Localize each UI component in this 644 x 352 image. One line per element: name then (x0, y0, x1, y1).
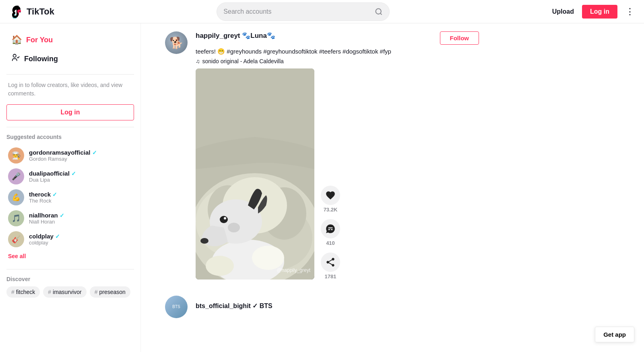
verified-icon: ✓ (71, 170, 76, 177)
suggested-account-item[interactable]: 🎵 niallhoran✓ Niall Horan (6, 208, 134, 229)
suggested-account-item[interactable]: 🎤 dualipaofficial✓ Dua Lipa (6, 166, 134, 187)
svg-point-0 (376, 8, 381, 14)
account-username: niallhoran✓ (29, 212, 64, 219)
account-username: dualipaofficial✓ (29, 170, 76, 177)
hash-icon: # (48, 289, 51, 295)
share-button[interactable]: 1781 (321, 253, 340, 280)
following-icon (11, 53, 20, 64)
comment-icon (321, 219, 340, 238)
more-options-button[interactable]: ⋮ (625, 6, 634, 17)
video-actions: 73.2K 410 (321, 186, 340, 280)
post-avatar[interactable]: 🐕 (165, 31, 188, 54)
post-sound-text: sonido original - Adela Caldevilla (202, 58, 284, 64)
video-area: @happily_greyt 73.2K (196, 68, 479, 280)
verified-icon: ✓ (52, 191, 57, 198)
svg-point-14 (228, 223, 240, 232)
account-display-name: Dua Lipa (29, 177, 76, 183)
search-icon[interactable] (375, 8, 383, 16)
video-thumbnail[interactable]: @happily_greyt (196, 68, 314, 280)
discover-tag[interactable]: #fitcheck (6, 286, 40, 298)
account-display-name: Niall Horan (29, 219, 64, 225)
sidebar-nav: 🏠 For You Following (6, 31, 134, 68)
post-header: happily_greyt 🐾Luna🐾 Follow (196, 31, 479, 45)
suggested-accounts-list: 👨‍🍳 gordonramsayofficial✓ Gordon Ramsay … (6, 145, 134, 250)
svg-point-11 (200, 238, 208, 244)
suggested-account-item[interactable]: 🎸 coldplay✓ coldplay (6, 229, 134, 250)
account-avatar: 🎵 (8, 210, 24, 226)
suggested-divider (6, 127, 134, 127)
svg-point-16 (206, 256, 234, 276)
music-note-icon: ♫ (196, 58, 200, 64)
login-prompt: Log in to follow creators, like videos, … (6, 81, 134, 98)
home-icon: 🏠 (11, 35, 22, 45)
upload-button[interactable]: Upload (552, 8, 574, 15)
logo-text: TikTok (27, 6, 54, 17)
sidebar-divider (6, 74, 134, 75)
hash-icon: # (95, 289, 98, 295)
layout: 🏠 For You Following Log in to follow cre… (0, 23, 644, 326)
account-avatar: 🎸 (8, 231, 24, 247)
search-input[interactable] (223, 8, 372, 15)
tag-label: imasurvivor (53, 289, 82, 295)
discover-section: Discover #fitcheck#imasurvivor#preseason (6, 276, 134, 298)
discover-tag[interactable]: #preseason (90, 286, 130, 298)
discover-title: Discover (6, 276, 134, 282)
video-watermark: @happily_greyt (277, 267, 310, 273)
suggested-account-item[interactable]: 💪 therock✓ The Rock (6, 187, 134, 208)
like-button[interactable]: 73.2K (321, 186, 340, 213)
account-username: therock✓ (29, 191, 57, 198)
sidebar-login-button[interactable]: Log in (6, 104, 134, 120)
post-sound[interactable]: ♫ sonido original - Adela Caldevilla (196, 58, 479, 64)
share-count: 1781 (325, 273, 336, 280)
see-all-link[interactable]: See all (6, 250, 134, 263)
partial-post-avatar[interactable]: BTS (165, 296, 188, 318)
discover-tag[interactable]: #imasurvivor (43, 286, 86, 298)
tags-row: #fitcheck#imasurvivor#preseason (6, 286, 134, 298)
logo[interactable]: TikTok (10, 5, 54, 19)
main-feed: 🐕 happily_greyt 🐾Luna🐾 Follow teefers! 😁… (141, 23, 503, 326)
account-info: niallhoran✓ Niall Horan (29, 212, 64, 225)
account-info: gordonramsayofficial✓ Gordon Ramsay (29, 149, 97, 162)
svg-point-15 (252, 246, 284, 270)
account-display-name: Gordon Ramsay (29, 156, 97, 162)
header-right: Upload Log in ⋮ (552, 5, 634, 19)
comment-count: 410 (326, 240, 335, 246)
tag-label: fitcheck (16, 289, 35, 295)
dog-image (196, 68, 314, 280)
search-bar[interactable] (217, 2, 390, 21)
account-username: gordonramsayofficial✓ (29, 149, 97, 156)
suggested-account-item[interactable]: 👨‍🍳 gordonramsayofficial✓ Gordon Ramsay (6, 145, 134, 166)
account-info: coldplay✓ coldplay (29, 233, 60, 246)
discover-divider (6, 269, 134, 269)
partial-post-username[interactable]: bts_official_bighit ✓ BTS (196, 296, 272, 310)
verified-icon: ✓ (55, 233, 60, 240)
hash-icon: # (11, 289, 14, 295)
sidebar: 🏠 For You Following Log in to follow cre… (0, 23, 141, 326)
sidebar-item-for-you[interactable]: 🏠 For You (6, 31, 134, 48)
account-info: therock✓ The Rock (29, 191, 57, 204)
sidebar-following-label: Following (24, 55, 58, 63)
account-display-name: The Rock (29, 198, 57, 204)
tiktok-logo-icon (10, 5, 23, 19)
verified-icon: ✓ (60, 212, 64, 219)
account-avatar: 💪 (8, 189, 24, 205)
heart-icon (321, 186, 340, 205)
header-login-button[interactable]: Log in (582, 5, 617, 19)
post-username[interactable]: happily_greyt 🐾Luna🐾 (196, 31, 275, 40)
share-icon (321, 253, 340, 272)
account-username: coldplay✓ (29, 233, 60, 240)
tag-label: preseason (99, 289, 125, 295)
post-body: happily_greyt 🐾Luna🐾 Follow teefers! 😁 #… (196, 31, 479, 280)
verified-icon: ✓ (92, 149, 97, 156)
like-count: 73.2K (324, 207, 338, 213)
follow-button[interactable]: Follow (440, 31, 479, 45)
account-display-name: coldplay (29, 240, 60, 246)
sidebar-item-following[interactable]: Following (6, 50, 134, 68)
comment-button[interactable]: 410 (321, 219, 340, 246)
header: TikTok Upload Log in ⋮ (0, 0, 644, 23)
sidebar-item-label: For You (26, 36, 53, 44)
suggested-accounts-title: Suggested accounts (6, 134, 134, 140)
account-avatar: 🎤 (8, 168, 24, 184)
svg-point-13 (224, 217, 226, 219)
video-post: 🐕 happily_greyt 🐾Luna🐾 Follow teefers! 😁… (165, 31, 479, 280)
